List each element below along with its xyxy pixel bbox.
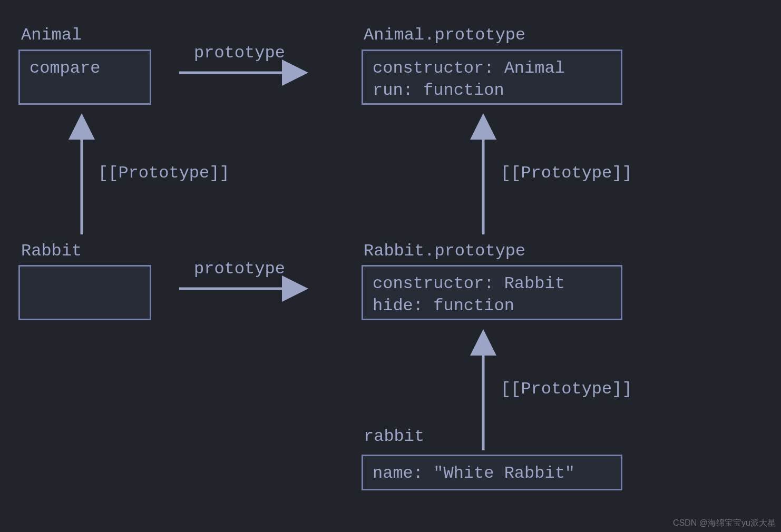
arrow-rabbit-proto-to-animal-proto xyxy=(470,111,496,237)
arrow-rabbit-to-prototype xyxy=(179,278,311,299)
animal-prototype-title: Animal.prototype xyxy=(364,25,525,45)
animal-proto-line2: run: function xyxy=(373,80,611,102)
arrow-rabbit-class-to-animal-class xyxy=(69,111,95,237)
arrow-label-proto-internal-1: [[Prototype]] xyxy=(98,163,230,183)
rabbit-class-box xyxy=(18,265,151,320)
rabbit-prototype-title: Rabbit.prototype xyxy=(364,241,525,261)
animal-class-content: compare xyxy=(30,57,140,80)
arrow-label-proto-internal-3: [[Prototype]] xyxy=(501,379,632,399)
rabbit-proto-line2: hide: function xyxy=(373,295,611,317)
rabbit-instance-content: name: "White Rabbit" xyxy=(373,462,611,485)
rabbit-instance-title: rabbit xyxy=(364,427,424,446)
animal-class-box: compare xyxy=(18,50,151,105)
arrow-rabbit-instance-to-rabbit-proto xyxy=(470,327,496,453)
rabbit-prototype-box: constructor: Rabbit hide: function xyxy=(362,265,622,320)
watermark-text: CSDN @海绵宝宝yu派大星 xyxy=(673,518,776,529)
arrow-animal-to-prototype xyxy=(179,62,311,83)
rabbit-class-title: Rabbit xyxy=(21,241,82,261)
animal-proto-line1: constructor: Animal xyxy=(373,57,611,80)
animal-prototype-box: constructor: Animal run: function xyxy=(362,50,622,105)
arrow-label-prototype-1: prototype xyxy=(194,43,285,63)
arrow-label-prototype-2: prototype xyxy=(194,259,285,279)
arrow-label-proto-internal-2: [[Prototype]] xyxy=(501,163,632,183)
rabbit-proto-line1: constructor: Rabbit xyxy=(373,273,611,295)
animal-class-title: Animal xyxy=(21,25,82,45)
rabbit-instance-box: name: "White Rabbit" xyxy=(362,455,622,490)
